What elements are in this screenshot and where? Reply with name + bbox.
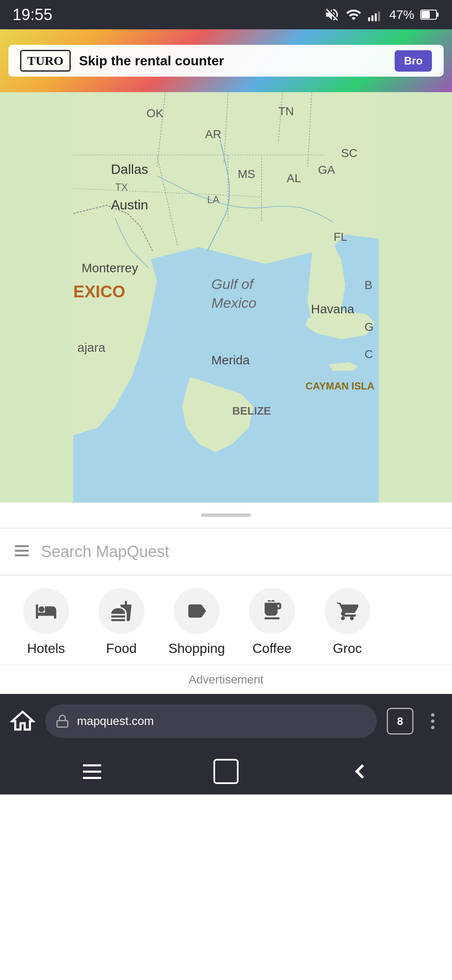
- svg-text:C: C: [365, 348, 373, 361]
- drag-handle-area[interactable]: [0, 503, 452, 528]
- svg-text:SC: SC: [341, 147, 357, 160]
- svg-text:TN: TN: [278, 105, 294, 118]
- svg-rect-44: [57, 721, 68, 727]
- hotel-icon: [35, 600, 57, 622]
- svg-text:Gulf of: Gulf of: [211, 276, 255, 292]
- svg-rect-5: [437, 13, 439, 17]
- status-icons: 47%: [324, 7, 439, 23]
- shopping-icon-circle: [174, 588, 220, 634]
- svg-rect-3: [378, 11, 380, 21]
- svg-text:Merida: Merida: [211, 353, 250, 367]
- status-time: 19:55: [13, 6, 52, 24]
- advertisement-text: Advertisement: [189, 673, 264, 686]
- svg-text:MS: MS: [238, 168, 255, 181]
- food-icon: [110, 600, 132, 622]
- category-hotels[interactable]: Hotels: [8, 588, 84, 656]
- categories-row: Hotels Food Shopping: [0, 575, 452, 665]
- recent-line-3: [83, 777, 101, 779]
- svg-text:AR: AR: [205, 128, 221, 141]
- food-label: Food: [106, 641, 137, 656]
- svg-rect-1: [371, 15, 373, 21]
- shopping-icon: [186, 600, 208, 622]
- advertisement-bar: Advertisement: [0, 665, 452, 694]
- ad-button[interactable]: Bro: [395, 50, 432, 72]
- category-food[interactable]: Food: [84, 588, 159, 656]
- home-nav-button[interactable]: [213, 759, 239, 784]
- wifi-icon: [346, 7, 362, 23]
- svg-text:Mexico: Mexico: [211, 295, 257, 311]
- recent-line-2: [83, 771, 101, 773]
- turo-logo: TURO: [20, 50, 71, 72]
- svg-text:G: G: [365, 320, 374, 333]
- hotels-label: Hotels: [27, 641, 65, 656]
- category-grocery[interactable]: Groc: [310, 588, 385, 656]
- svg-text:OK: OK: [146, 107, 164, 120]
- svg-rect-0: [368, 17, 370, 21]
- svg-rect-6: [421, 11, 430, 18]
- tab-count-badge[interactable]: 8: [387, 708, 413, 735]
- drag-handle: [201, 513, 251, 517]
- tab-count: 8: [397, 715, 403, 728]
- grocery-icon-circle: [324, 588, 370, 634]
- ad-banner[interactable]: TURO Skip the rental counter Bro: [0, 29, 452, 92]
- more-dot-3: [431, 726, 434, 729]
- coffee-icon-circle: [249, 588, 295, 634]
- grocery-icon: [336, 600, 358, 622]
- hamburger-icon[interactable]: [13, 542, 31, 562]
- hotels-icon-circle: [23, 588, 69, 634]
- mute-icon: [324, 7, 340, 23]
- category-shopping[interactable]: Shopping: [159, 588, 234, 656]
- svg-text:EXICO: EXICO: [73, 282, 125, 301]
- shopping-label: Shopping: [168, 641, 225, 656]
- svg-text:TX: TX: [115, 181, 128, 193]
- search-input[interactable]: Search MapQuest: [41, 543, 439, 561]
- map-svg: OK TN AR SC Dallas MS AL GA TX Austin LA…: [0, 92, 452, 503]
- more-dot-2: [431, 720, 434, 723]
- svg-text:Monterrey: Monterrey: [82, 261, 138, 275]
- svg-text:AL: AL: [287, 172, 301, 185]
- home-browser-icon[interactable]: [10, 709, 35, 734]
- svg-text:LA: LA: [207, 194, 219, 205]
- svg-text:B: B: [365, 279, 372, 291]
- battery-text: 47%: [389, 8, 414, 22]
- coffee-icon: [261, 600, 283, 622]
- svg-text:CAYMAN ISLA: CAYMAN ISLA: [306, 380, 374, 392]
- back-button[interactable]: [347, 759, 372, 784]
- svg-text:Havana: Havana: [311, 302, 354, 316]
- food-icon-circle: [98, 588, 144, 634]
- recent-apps-button[interactable]: [80, 759, 105, 784]
- url-bar[interactable]: mapquest.com: [45, 704, 377, 738]
- more-options-icon[interactable]: [424, 713, 442, 729]
- search-bar[interactable]: Search MapQuest: [0, 529, 452, 575]
- url-text[interactable]: mapquest.com: [77, 714, 154, 728]
- signal-icon: [367, 7, 383, 23]
- svg-text:Austin: Austin: [111, 197, 148, 212]
- coffee-label: Coffee: [252, 641, 292, 656]
- more-dot-1: [431, 713, 434, 717]
- battery-icon: [420, 8, 439, 21]
- grocery-label: Groc: [333, 641, 362, 656]
- lock-icon: [55, 714, 69, 728]
- svg-text:FL: FL: [334, 230, 347, 243]
- svg-text:BELIZE: BELIZE: [232, 405, 271, 417]
- bottom-sheet: Search MapQuest Hotels Food: [0, 503, 452, 694]
- category-coffee[interactable]: Coffee: [234, 588, 310, 656]
- svg-text:Dallas: Dallas: [111, 162, 148, 177]
- svg-text:ajara: ajara: [77, 340, 105, 354]
- recent-line-1: [83, 764, 101, 766]
- svg-text:GA: GA: [318, 163, 335, 176]
- nav-bar: [0, 748, 452, 794]
- ad-inner: TURO Skip the rental counter Bro: [8, 45, 444, 77]
- status-bar: 19:55 47%: [0, 0, 452, 29]
- browser-bar[interactable]: mapquest.com 8: [0, 694, 452, 748]
- ad-text: Skip the rental counter: [79, 53, 224, 69]
- map-area[interactable]: OK TN AR SC Dallas MS AL GA TX Austin LA…: [0, 92, 452, 503]
- svg-rect-2: [375, 13, 377, 21]
